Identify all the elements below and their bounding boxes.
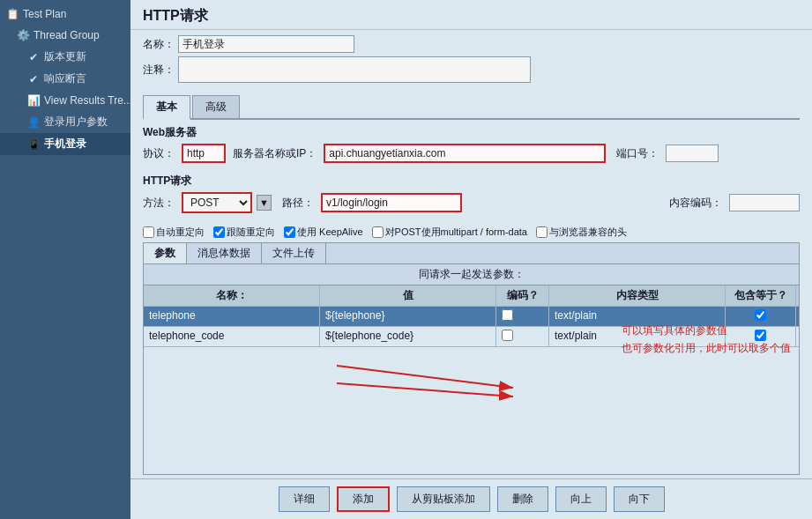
col-encode: 编码？ — [496, 285, 549, 306]
cell-include-1 — [726, 307, 796, 326]
server-label: 服务器名称或IP： — [233, 146, 317, 161]
cell-value-1: ${telephone} — [320, 307, 496, 326]
checkbox-browser-compat[interactable]: 与浏览器兼容的头 — [536, 226, 627, 239]
http-request-section: HTTP请求 方法： POST GET PUT DELETE ▼ 路径： 内容编… — [130, 172, 812, 222]
name-input[interactable] — [178, 35, 354, 53]
col-name: 名称： — [144, 285, 320, 306]
sidebar-item-test-plan[interactable]: 📋 Test Plan — [0, 4, 130, 25]
col-value: 值 — [320, 285, 496, 306]
follow-redirect-checkbox[interactable] — [213, 226, 225, 238]
protocol-input[interactable] — [182, 144, 226, 163]
port-label: 端口号： — [616, 146, 659, 161]
tabs-area: 基本 高级 — [130, 92, 812, 120]
cell-include-2 — [726, 327, 796, 346]
sidebar-item-login-params[interactable]: 👤 登录用户参数 — [0, 111, 130, 133]
http-request-title: HTTP请求 — [143, 174, 800, 189]
params-column-headers: 名称： 值 编码？ 内容类型 包含等于？ — [144, 285, 799, 307]
encode-checkbox-2[interactable] — [502, 330, 513, 341]
cell-type-2: text/plain — [549, 327, 726, 346]
keep-alive-checkbox[interactable] — [284, 226, 295, 238]
encoding-input[interactable] — [729, 194, 800, 211]
sidebar-item-response-assert[interactable]: ✔ 响应断言 — [0, 68, 130, 90]
browser-compat-checkbox[interactable] — [536, 226, 548, 238]
web-server-section: Web服务器 协议： 服务器名称或IP： 端口号： — [130, 120, 812, 172]
form-area: 名称： 注释： — [130, 30, 812, 92]
auto-redirect-checkbox[interactable] — [143, 226, 154, 238]
sidebar-item-phone-login[interactable]: 📱 手机登录 — [0, 133, 130, 155]
path-label: 路径： — [282, 196, 314, 211]
include-checkbox-2[interactable] — [755, 330, 766, 341]
comment-row: 注释： — [143, 56, 800, 83]
cell-encode-1 — [496, 307, 549, 326]
main-content: HTTP请求 名称： 注释： 基本 高级 Web服务器 协议： 服务器名称或IP… — [130, 0, 812, 519]
checkbox-follow-redirect[interactable]: 跟随重定向 — [213, 226, 275, 239]
down-button[interactable]: 向下 — [614, 486, 665, 512]
add-button[interactable]: 添加 — [337, 486, 390, 512]
detail-button[interactable]: 详细 — [279, 486, 330, 512]
bottom-buttons: 详细 添加 从剪贴板添加 删除 向上 向下 — [130, 478, 812, 519]
tab-bar: 基本 高级 — [143, 95, 800, 120]
phone-icon: 📱 — [26, 137, 41, 152]
tab-basic[interactable]: 基本 — [143, 95, 190, 120]
checkbox-row: 自动重定向 跟随重定向 使用 KeepAlive 对POST使用multipar… — [130, 222, 812, 242]
cell-encode-2 — [496, 327, 549, 346]
cell-type-1: text/plain — [549, 307, 726, 326]
table-row[interactable]: telephone_code ${telephone_code} text/pl… — [144, 327, 799, 347]
method-select[interactable]: POST GET PUT DELETE — [182, 192, 252, 213]
method-dropdown-arrow[interactable]: ▼ — [257, 195, 272, 211]
gear-icon: ⚙️ — [16, 28, 30, 42]
cell-value-2: ${telephone_code} — [320, 327, 496, 346]
checkbox-multipart[interactable]: 对POST使用multipart / form-data — [372, 226, 527, 239]
up-button[interactable]: 向上 — [555, 486, 607, 512]
check-icon-1: ✔ — [26, 50, 41, 64]
check-icon-2: ✔ — [26, 72, 41, 86]
comment-label: 注释： — [143, 63, 175, 78]
col-content-type: 内容类型 — [549, 285, 726, 306]
encoding-label: 内容编码： — [669, 196, 722, 211]
params-wrapper: 参数 消息体数据 文件上传 同请求一起发送参数： 名称： 值 编码？ 内容类型 … — [143, 242, 800, 475]
delete-button[interactable]: 删除 — [497, 486, 548, 512]
sidebar-item-thread-group[interactable]: ⚙️ Thread Group — [0, 25, 130, 46]
server-row: 协议： 服务器名称或IP： 端口号： — [143, 144, 800, 163]
port-input[interactable] — [666, 145, 719, 162]
sidebar-item-version-update[interactable]: ✔ 版本更新 — [0, 46, 130, 68]
params-tab-params[interactable]: 参数 — [144, 243, 187, 263]
params-together-label: 同请求一起发送参数： — [144, 264, 799, 285]
web-server-title: Web服务器 — [143, 125, 800, 140]
include-checkbox-1[interactable] — [755, 309, 766, 321]
cell-name-2: telephone_code — [144, 327, 320, 346]
page-title: HTTP请求 — [130, 0, 812, 30]
name-label: 名称： — [143, 37, 175, 52]
user-icon: 👤 — [26, 115, 41, 130]
sidebar-item-view-results[interactable]: 📊 View Results Tre... — [0, 90, 130, 111]
method-row: 方法： POST GET PUT DELETE ▼ 路径： 内容编码： — [143, 192, 800, 213]
col-include: 包含等于？ — [726, 285, 796, 306]
method-label: 方法： — [143, 196, 175, 211]
checkbox-auto-redirect[interactable]: 自动重定向 — [143, 226, 205, 239]
test-plan-icon: 📋 — [5, 7, 19, 21]
path-input[interactable] — [321, 193, 462, 212]
table-row[interactable]: telephone ${telephone} text/plain — [144, 307, 799, 327]
params-tabs: 参数 消息体数据 文件上传 — [144, 243, 799, 264]
name-row: 名称： — [143, 35, 800, 53]
chart-icon: 📊 — [26, 93, 41, 108]
encode-checkbox-1[interactable] — [502, 309, 513, 321]
tab-advanced[interactable]: 高级 — [192, 95, 240, 118]
params-tab-body[interactable]: 消息体数据 — [187, 243, 262, 263]
sidebar: 📋 Test Plan ⚙️ Thread Group ✔ 版本更新 ✔ 响应断… — [0, 0, 130, 519]
protocol-label: 协议： — [143, 146, 175, 161]
comment-input[interactable] — [178, 56, 531, 83]
multipart-checkbox[interactable] — [372, 226, 384, 238]
add-from-clipboard-button[interactable]: 从剪贴板添加 — [397, 486, 490, 512]
cell-name-1: telephone — [144, 307, 320, 326]
params-tab-upload[interactable]: 文件上传 — [262, 243, 326, 263]
checkbox-keep-alive[interactable]: 使用 KeepAlive — [284, 226, 363, 239]
server-input[interactable] — [324, 144, 606, 163]
params-area: 参数 消息体数据 文件上传 同请求一起发送参数： 名称： 值 编码？ 内容类型 … — [143, 242, 800, 475]
